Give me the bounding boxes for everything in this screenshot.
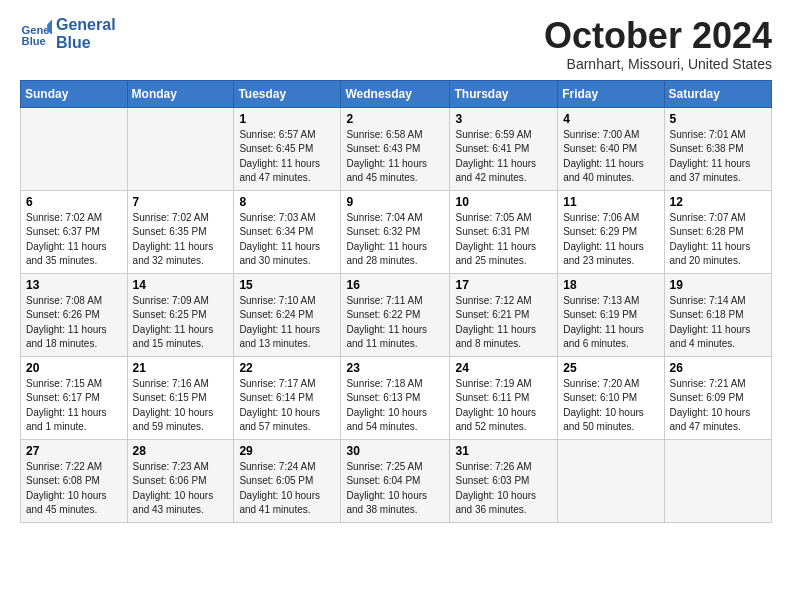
calendar-cell: 2Sunrise: 6:58 AM Sunset: 6:43 PM Daylig… (341, 107, 450, 190)
day-number: 13 (26, 278, 122, 292)
col-header-thursday: Thursday (450, 80, 558, 107)
calendar-cell: 22Sunrise: 7:17 AM Sunset: 6:14 PM Dayli… (234, 356, 341, 439)
week-row-2: 6Sunrise: 7:02 AM Sunset: 6:37 PM Daylig… (21, 190, 772, 273)
svg-text:Blue: Blue (22, 35, 46, 47)
calendar-cell: 23Sunrise: 7:18 AM Sunset: 6:13 PM Dayli… (341, 356, 450, 439)
day-number: 16 (346, 278, 444, 292)
calendar-cell: 11Sunrise: 7:06 AM Sunset: 6:29 PM Dayli… (558, 190, 664, 273)
day-number: 7 (133, 195, 229, 209)
calendar-cell: 16Sunrise: 7:11 AM Sunset: 6:22 PM Dayli… (341, 273, 450, 356)
logo-icon: General Blue (20, 18, 52, 50)
day-info: Sunrise: 6:57 AM Sunset: 6:45 PM Dayligh… (239, 128, 335, 186)
calendar-body: 1Sunrise: 6:57 AM Sunset: 6:45 PM Daylig… (21, 107, 772, 522)
day-info: Sunrise: 7:03 AM Sunset: 6:34 PM Dayligh… (239, 211, 335, 269)
day-info: Sunrise: 7:09 AM Sunset: 6:25 PM Dayligh… (133, 294, 229, 352)
day-number: 8 (239, 195, 335, 209)
page-header: General Blue General Blue October 2024 B… (20, 16, 772, 72)
day-info: Sunrise: 7:06 AM Sunset: 6:29 PM Dayligh… (563, 211, 658, 269)
title-block: October 2024 Barnhart, Missouri, United … (544, 16, 772, 72)
week-row-5: 27Sunrise: 7:22 AM Sunset: 6:08 PM Dayli… (21, 439, 772, 522)
day-info: Sunrise: 7:00 AM Sunset: 6:40 PM Dayligh… (563, 128, 658, 186)
day-number: 4 (563, 112, 658, 126)
calendar-cell: 12Sunrise: 7:07 AM Sunset: 6:28 PM Dayli… (664, 190, 771, 273)
day-number: 5 (670, 112, 766, 126)
day-number: 25 (563, 361, 658, 375)
day-info: Sunrise: 7:02 AM Sunset: 6:35 PM Dayligh… (133, 211, 229, 269)
calendar-cell: 18Sunrise: 7:13 AM Sunset: 6:19 PM Dayli… (558, 273, 664, 356)
day-number: 21 (133, 361, 229, 375)
calendar-cell (558, 439, 664, 522)
day-info: Sunrise: 7:12 AM Sunset: 6:21 PM Dayligh… (455, 294, 552, 352)
calendar-cell: 19Sunrise: 7:14 AM Sunset: 6:18 PM Dayli… (664, 273, 771, 356)
day-info: Sunrise: 7:18 AM Sunset: 6:13 PM Dayligh… (346, 377, 444, 435)
col-header-tuesday: Tuesday (234, 80, 341, 107)
day-number: 3 (455, 112, 552, 126)
day-info: Sunrise: 7:02 AM Sunset: 6:37 PM Dayligh… (26, 211, 122, 269)
logo-text-line2: Blue (56, 34, 116, 52)
calendar-cell: 4Sunrise: 7:00 AM Sunset: 6:40 PM Daylig… (558, 107, 664, 190)
day-number: 30 (346, 444, 444, 458)
calendar-cell: 3Sunrise: 6:59 AM Sunset: 6:41 PM Daylig… (450, 107, 558, 190)
calendar-cell: 9Sunrise: 7:04 AM Sunset: 6:32 PM Daylig… (341, 190, 450, 273)
day-info: Sunrise: 7:16 AM Sunset: 6:15 PM Dayligh… (133, 377, 229, 435)
calendar-cell (21, 107, 128, 190)
day-number: 22 (239, 361, 335, 375)
day-info: Sunrise: 7:11 AM Sunset: 6:22 PM Dayligh… (346, 294, 444, 352)
calendar-header-row: SundayMondayTuesdayWednesdayThursdayFrid… (21, 80, 772, 107)
calendar-cell: 14Sunrise: 7:09 AM Sunset: 6:25 PM Dayli… (127, 273, 234, 356)
day-number: 24 (455, 361, 552, 375)
calendar-cell: 21Sunrise: 7:16 AM Sunset: 6:15 PM Dayli… (127, 356, 234, 439)
day-number: 27 (26, 444, 122, 458)
day-number: 23 (346, 361, 444, 375)
logo: General Blue General Blue (20, 16, 116, 51)
day-number: 29 (239, 444, 335, 458)
calendar-cell: 20Sunrise: 7:15 AM Sunset: 6:17 PM Dayli… (21, 356, 128, 439)
calendar-cell: 17Sunrise: 7:12 AM Sunset: 6:21 PM Dayli… (450, 273, 558, 356)
day-info: Sunrise: 7:15 AM Sunset: 6:17 PM Dayligh… (26, 377, 122, 435)
calendar-cell: 15Sunrise: 7:10 AM Sunset: 6:24 PM Dayli… (234, 273, 341, 356)
col-header-saturday: Saturday (664, 80, 771, 107)
calendar-cell: 28Sunrise: 7:23 AM Sunset: 6:06 PM Dayli… (127, 439, 234, 522)
day-info: Sunrise: 7:17 AM Sunset: 6:14 PM Dayligh… (239, 377, 335, 435)
svg-marker-2 (47, 19, 52, 32)
day-number: 19 (670, 278, 766, 292)
day-info: Sunrise: 7:10 AM Sunset: 6:24 PM Dayligh… (239, 294, 335, 352)
calendar-cell (127, 107, 234, 190)
calendar-cell: 29Sunrise: 7:24 AM Sunset: 6:05 PM Dayli… (234, 439, 341, 522)
day-number: 10 (455, 195, 552, 209)
day-number: 15 (239, 278, 335, 292)
day-info: Sunrise: 7:26 AM Sunset: 6:03 PM Dayligh… (455, 460, 552, 518)
day-info: Sunrise: 7:07 AM Sunset: 6:28 PM Dayligh… (670, 211, 766, 269)
day-info: Sunrise: 7:14 AM Sunset: 6:18 PM Dayligh… (670, 294, 766, 352)
calendar-cell: 24Sunrise: 7:19 AM Sunset: 6:11 PM Dayli… (450, 356, 558, 439)
day-info: Sunrise: 7:08 AM Sunset: 6:26 PM Dayligh… (26, 294, 122, 352)
day-info: Sunrise: 7:24 AM Sunset: 6:05 PM Dayligh… (239, 460, 335, 518)
col-header-monday: Monday (127, 80, 234, 107)
calendar-cell: 26Sunrise: 7:21 AM Sunset: 6:09 PM Dayli… (664, 356, 771, 439)
day-info: Sunrise: 7:04 AM Sunset: 6:32 PM Dayligh… (346, 211, 444, 269)
day-number: 12 (670, 195, 766, 209)
day-number: 11 (563, 195, 658, 209)
logo-text-line1: General (56, 16, 116, 34)
day-info: Sunrise: 7:20 AM Sunset: 6:10 PM Dayligh… (563, 377, 658, 435)
day-info: Sunrise: 7:23 AM Sunset: 6:06 PM Dayligh… (133, 460, 229, 518)
col-header-friday: Friday (558, 80, 664, 107)
day-number: 28 (133, 444, 229, 458)
day-number: 31 (455, 444, 552, 458)
calendar-cell: 27Sunrise: 7:22 AM Sunset: 6:08 PM Dayli… (21, 439, 128, 522)
day-number: 6 (26, 195, 122, 209)
calendar-cell: 6Sunrise: 7:02 AM Sunset: 6:37 PM Daylig… (21, 190, 128, 273)
day-info: Sunrise: 7:19 AM Sunset: 6:11 PM Dayligh… (455, 377, 552, 435)
day-info: Sunrise: 7:22 AM Sunset: 6:08 PM Dayligh… (26, 460, 122, 518)
day-info: Sunrise: 6:58 AM Sunset: 6:43 PM Dayligh… (346, 128, 444, 186)
week-row-3: 13Sunrise: 7:08 AM Sunset: 6:26 PM Dayli… (21, 273, 772, 356)
day-number: 17 (455, 278, 552, 292)
calendar-cell: 25Sunrise: 7:20 AM Sunset: 6:10 PM Dayli… (558, 356, 664, 439)
col-header-sunday: Sunday (21, 80, 128, 107)
calendar-cell: 8Sunrise: 7:03 AM Sunset: 6:34 PM Daylig… (234, 190, 341, 273)
col-header-wednesday: Wednesday (341, 80, 450, 107)
calendar-cell: 1Sunrise: 6:57 AM Sunset: 6:45 PM Daylig… (234, 107, 341, 190)
day-number: 1 (239, 112, 335, 126)
calendar-cell: 30Sunrise: 7:25 AM Sunset: 6:04 PM Dayli… (341, 439, 450, 522)
day-info: Sunrise: 7:05 AM Sunset: 6:31 PM Dayligh… (455, 211, 552, 269)
